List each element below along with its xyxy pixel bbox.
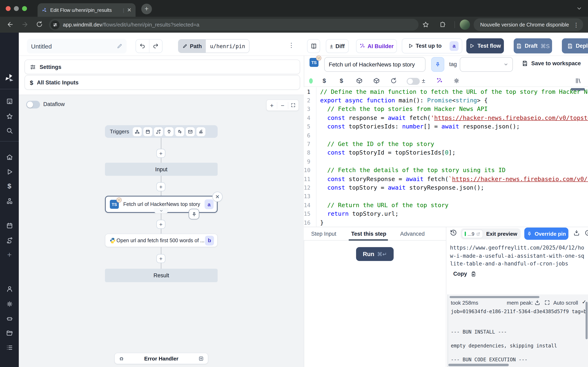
redo-button[interactable] xyxy=(149,40,162,53)
flow-settings-button[interactable]: Settings xyxy=(25,59,300,74)
sidebar-item-workers[interactable] xyxy=(0,315,19,322)
add-step-button[interactable]: + xyxy=(156,149,165,158)
kafka-trigger-icon[interactable] xyxy=(175,127,184,136)
profile-avatar[interactable] xyxy=(460,20,470,30)
code-line[interactable]: 16} xyxy=(304,218,588,227)
editor-settings-gear-icon[interactable] xyxy=(453,77,460,84)
copy-result-button[interactable]: Copy xyxy=(453,271,476,277)
bookmark-star-icon[interactable] xyxy=(422,21,429,28)
code-line[interactable]: 3 // Fetch the top stories from Hacker N… xyxy=(304,105,588,114)
history-icon[interactable] xyxy=(450,229,457,236)
sidebar-item-schedules[interactable] xyxy=(0,222,19,229)
code-line[interactable]: 8 const topStoryId = topStoriesIds[0]; xyxy=(304,148,588,157)
package-lock-icon[interactable] xyxy=(373,77,380,84)
traffic-minimize-button[interactable] xyxy=(14,6,19,11)
save-to-workspace-button[interactable]: Save to workspace xyxy=(522,60,581,67)
add-variable-icon[interactable]: $ xyxy=(323,77,326,84)
pinned-result-indicator[interactable] xyxy=(189,209,199,219)
sidebar-item-add[interactable]: + xyxy=(0,251,19,258)
browser-tab[interactable]: Edit Flow u/henri/pin_results | ✕ xyxy=(38,3,136,17)
add-step-button[interactable]: + xyxy=(156,254,165,263)
add-step-button[interactable]: + xyxy=(156,182,165,191)
test-flow-button[interactable]: Test flow xyxy=(466,38,504,53)
docs-button[interactable] xyxy=(307,39,320,53)
sidebar-item-flows[interactable] xyxy=(0,237,19,244)
job-run-badge[interactable]: ...9 xyxy=(462,230,483,238)
collapse-step-chevron[interactable] xyxy=(154,208,168,213)
pin-toggle-button[interactable] xyxy=(431,57,444,72)
code-line[interactable]: 15 return topStory.url; xyxy=(304,209,588,218)
traffic-zoom-button[interactable] xyxy=(22,6,27,11)
zoom-out-button[interactable]: − xyxy=(277,102,288,109)
chrome-menu-icon[interactable]: ⋮ xyxy=(573,21,579,28)
external-link-icon[interactable] xyxy=(476,232,480,236)
package-icon[interactable] xyxy=(356,77,363,84)
code-line[interactable]: 13 xyxy=(304,192,588,201)
code-line[interactable]: 6 xyxy=(304,131,588,140)
websocket-trigger-icon[interactable] xyxy=(164,127,173,136)
http-route-trigger-icon[interactable] xyxy=(154,127,163,136)
exit-preview-button[interactable]: Exit preview xyxy=(486,231,517,237)
download-logs-icon[interactable] xyxy=(535,300,540,305)
editor-scrollbar[interactable] xyxy=(571,88,585,91)
ai-builder-button[interactable]: AI Builder xyxy=(356,39,397,53)
flow-step-b[interactable]: Open url and fetch first 500 words of ..… xyxy=(105,234,218,247)
override-pin-button[interactable]: Override pin xyxy=(524,227,568,240)
sidebar-item-folders[interactable] xyxy=(0,329,19,336)
email-trigger-icon[interactable] xyxy=(186,127,195,136)
fit-view-button[interactable] xyxy=(288,103,298,108)
path-button[interactable]: Path u/henri/pin xyxy=(178,39,250,53)
add-error-handler-icon[interactable] xyxy=(199,356,204,361)
tab-test-this-step[interactable]: Test this step xyxy=(351,231,386,237)
more-options-icon[interactable]: ⋮ xyxy=(288,42,294,49)
code-line[interactable]: 1// Define the main function to fetch th… xyxy=(304,87,588,96)
forward-icon[interactable] xyxy=(21,21,29,28)
extensions-icon[interactable] xyxy=(439,21,446,28)
flow-name-input[interactable]: Untitled xyxy=(27,39,127,53)
undo-button[interactable] xyxy=(136,40,149,53)
test-up-to-button[interactable]: Test up to a xyxy=(402,38,462,53)
scheduled-poll-trigger-icon[interactable] xyxy=(196,127,205,136)
input-node[interactable]: Input xyxy=(105,163,218,176)
sidebar-item-search[interactable] xyxy=(0,127,19,134)
code-line[interactable]: 4 const response = await fetch('https://… xyxy=(304,113,588,122)
remove-step-button[interactable]: ✕ xyxy=(212,192,223,202)
triggers-node[interactable]: Triggers xyxy=(105,125,218,138)
code-editor[interactable]: 1// Define the main function to fetch th… xyxy=(304,87,588,227)
error-handler-node[interactable]: Error Handler xyxy=(114,353,208,364)
traffic-close-button[interactable] xyxy=(6,6,11,11)
code-line[interactable]: 9 xyxy=(304,157,588,166)
tag-select[interactable] xyxy=(460,57,513,72)
code-line[interactable]: 12 const topStory = await storyResponse.… xyxy=(304,183,588,192)
ai-gen-wand-icon[interactable] xyxy=(436,77,443,84)
add-step-button[interactable]: + xyxy=(156,220,165,229)
flow-graph[interactable]: Dataflow + − Triggers xyxy=(19,95,304,367)
webhook-trigger-icon[interactable] xyxy=(133,127,142,136)
info-circle-icon[interactable] xyxy=(585,230,588,236)
code-line[interactable]: 11 const storyResponse = await fetch(`ht… xyxy=(304,175,588,183)
reload-icon[interactable] xyxy=(36,21,43,28)
new-tab-button[interactable]: + xyxy=(141,4,152,14)
schedule-trigger-icon[interactable] xyxy=(143,127,152,136)
sidebar-item-users[interactable] xyxy=(0,285,19,292)
log-scrollbar-vertical[interactable] xyxy=(586,302,588,339)
step-title-input[interactable] xyxy=(324,57,425,72)
sidebar-item-workspace[interactable] xyxy=(0,98,19,105)
sidebar-item-settings[interactable] xyxy=(0,300,19,308)
edit-name-pencil-icon[interactable] xyxy=(117,43,122,49)
sidebar-item-logs[interactable] xyxy=(0,344,19,351)
back-icon[interactable] xyxy=(7,21,14,28)
zoom-in-button[interactable]: + xyxy=(267,102,277,109)
sidebar-item-resources[interactable] xyxy=(0,198,19,205)
download-result-icon[interactable] xyxy=(573,230,580,236)
result-url[interactable]: https://www.geoffreylitt.com/2025/04/12/… xyxy=(450,244,587,268)
url-bar[interactable]: app.windmill.dev/flows/edit/u/henri/pin_… xyxy=(49,19,419,31)
add-resource-icon[interactable]: $ xyxy=(340,77,343,84)
library-icon[interactable] xyxy=(575,77,581,84)
sidebar-item-runs[interactable] xyxy=(0,168,19,175)
diff-mode-toggle[interactable] xyxy=(407,78,420,85)
tab-search-chevron-icon[interactable] xyxy=(577,6,582,11)
code-line[interactable]: 7 // Get the ID of the top story xyxy=(304,140,588,149)
sidebar-item-variables[interactable]: $ xyxy=(0,183,19,190)
windmill-logo[interactable] xyxy=(0,73,19,83)
